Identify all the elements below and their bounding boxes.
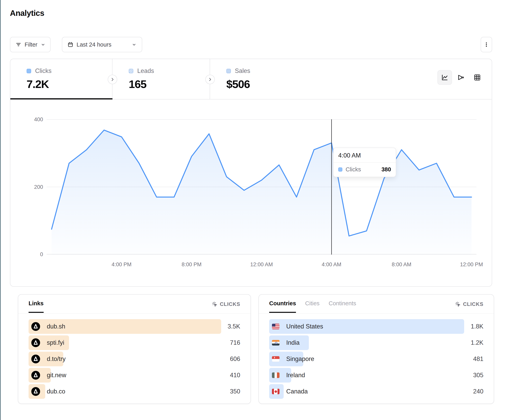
dub-logo-icon xyxy=(31,338,40,347)
tooltip-value: 380 xyxy=(381,166,391,173)
dub-logo-icon xyxy=(31,322,40,331)
row-label: Singapore xyxy=(286,355,314,362)
row-label: dub.sh xyxy=(47,323,65,330)
dub-logo-icon xyxy=(31,338,40,347)
link-row[interactable]: dub.sh3.5K xyxy=(29,319,240,334)
chart-type-switcher xyxy=(437,70,485,85)
sg-flag-icon xyxy=(272,356,279,362)
leads-value: 165 xyxy=(129,78,210,91)
row-value: 240 xyxy=(473,384,483,399)
country-row[interactable]: Ireland305 xyxy=(269,368,483,383)
tab-continents[interactable]: Continents xyxy=(329,300,356,313)
x-axis-tick: 8:00 PM xyxy=(172,261,211,268)
y-axis-tick: 200 xyxy=(22,184,43,190)
expand-clicks-chevron-button[interactable] xyxy=(108,75,117,84)
page-title: Analytics xyxy=(10,9,44,18)
line-chart-view-button[interactable] xyxy=(437,70,452,85)
metric-label: CLICKS xyxy=(220,301,240,307)
chevron-down-icon xyxy=(132,42,137,47)
y-axis-tick: 0 xyxy=(22,251,43,257)
leads-legend-icon xyxy=(129,69,133,73)
metric-label: CLICKS xyxy=(463,301,483,307)
row-value: 305 xyxy=(473,368,483,383)
row-label: dub.co xyxy=(47,388,65,395)
filter-icon xyxy=(15,42,22,48)
link-row[interactable]: dub.co350 xyxy=(29,384,240,399)
countries-panel: Countries Cities Continents CLICKS Unite… xyxy=(258,294,494,404)
tab-clicks[interactable]: Clicks 7.2K xyxy=(10,59,112,99)
chart-tooltip: 4:00 AM Clicks 380 xyxy=(333,148,396,177)
tooltip-time: 4:00 AM xyxy=(333,148,396,163)
row-label: git.new xyxy=(47,372,66,379)
row-label: United States xyxy=(286,323,323,330)
filter-button[interactable]: Filter xyxy=(10,37,51,52)
row-label: India xyxy=(286,339,299,346)
country-row[interactable]: Canada240 xyxy=(269,384,483,399)
tab-sales[interactable]: Sales $506 xyxy=(210,59,308,99)
x-axis-tick: 4:00 AM xyxy=(312,261,351,268)
dub-logo-icon xyxy=(31,371,40,380)
clicks-legend-icon xyxy=(338,167,342,172)
row-value: 350 xyxy=(230,384,240,399)
country-row[interactable]: United States1.8K xyxy=(269,319,483,334)
row-label: Ireland xyxy=(286,372,305,379)
clicks-legend-icon xyxy=(27,69,31,73)
row-value: 606 xyxy=(230,352,240,366)
row-value: 3.5K xyxy=(228,319,240,334)
cursor-click-icon xyxy=(455,301,461,307)
dub-logo-icon xyxy=(31,322,40,331)
x-axis-tick: 8:00 AM xyxy=(382,261,421,268)
stat-label: Clicks xyxy=(35,67,52,74)
country-row[interactable]: Singapore481 xyxy=(269,352,483,366)
chevron-down-icon xyxy=(40,42,46,47)
link-row[interactable]: d.to/try606 xyxy=(29,352,240,366)
tab-countries[interactable]: Countries xyxy=(269,300,296,313)
dub-logo-icon xyxy=(31,387,40,396)
link-row[interactable]: git.new410 xyxy=(29,368,240,383)
tab-leads[interactable]: Leads 165 xyxy=(112,59,210,99)
chevron-right-icon xyxy=(209,78,211,81)
more-options-button[interactable] xyxy=(481,37,492,52)
country-row[interactable]: India1.2K xyxy=(269,335,483,350)
row-label: d.to/try xyxy=(47,355,66,362)
countries-metric-toggle[interactable]: CLICKS xyxy=(455,300,483,307)
x-axis-tick: 4:00 PM xyxy=(102,261,142,268)
stat-label: Leads xyxy=(137,67,154,74)
active-tab-underline xyxy=(10,98,112,100)
tooltip-series-label: Clicks xyxy=(345,166,361,173)
dub-logo-icon xyxy=(31,355,40,363)
row-value: 410 xyxy=(230,368,240,383)
window-edge-strip xyxy=(0,0,0,420)
row-label: Canada xyxy=(286,388,308,395)
stats-strip: Clicks 7.2K Leads 165 Sales $506 xyxy=(10,59,492,100)
expand-leads-chevron-button[interactable] xyxy=(205,75,215,84)
y-axis-tick: 400 xyxy=(22,116,43,123)
in-flag-icon xyxy=(272,340,279,346)
table-grid-icon xyxy=(473,73,481,81)
dub-logo-icon xyxy=(31,355,40,363)
clicks-value: 7.2K xyxy=(27,78,112,91)
x-axis-tick: 12:00 AM xyxy=(242,261,282,268)
ie-flag-icon xyxy=(272,372,279,378)
chevron-right-icon xyxy=(112,78,113,81)
row-value: 716 xyxy=(230,335,240,350)
x-axis-tick: 12:00 PM xyxy=(452,261,491,268)
tab-links[interactable]: Links xyxy=(29,300,44,313)
clicks-area-chart[interactable] xyxy=(47,119,477,254)
table-view-button[interactable] xyxy=(470,70,485,85)
calendar-icon xyxy=(67,42,73,48)
links-metric-toggle[interactable]: CLICKS xyxy=(211,300,240,307)
dub-logo-icon xyxy=(31,371,40,380)
row-value: 481 xyxy=(473,352,483,366)
link-row[interactable]: spti.fyi716 xyxy=(29,335,240,350)
row-label: spti.fyi xyxy=(47,339,64,346)
us-flag-icon xyxy=(272,324,279,329)
analytics-card: Clicks 7.2K Leads 165 Sales $506 xyxy=(10,59,492,287)
tab-cities[interactable]: Cities xyxy=(305,300,320,313)
dub-logo-icon xyxy=(31,387,40,396)
date-range-button[interactable]: Last 24 hours xyxy=(62,37,142,52)
funnel-view-button[interactable] xyxy=(454,70,468,85)
funnel-icon xyxy=(457,73,465,81)
links-panel: Links CLICKS dub.sh3.5Kspti.fyi716d.to/t… xyxy=(18,294,251,404)
row-value: 1.8K xyxy=(471,319,483,334)
